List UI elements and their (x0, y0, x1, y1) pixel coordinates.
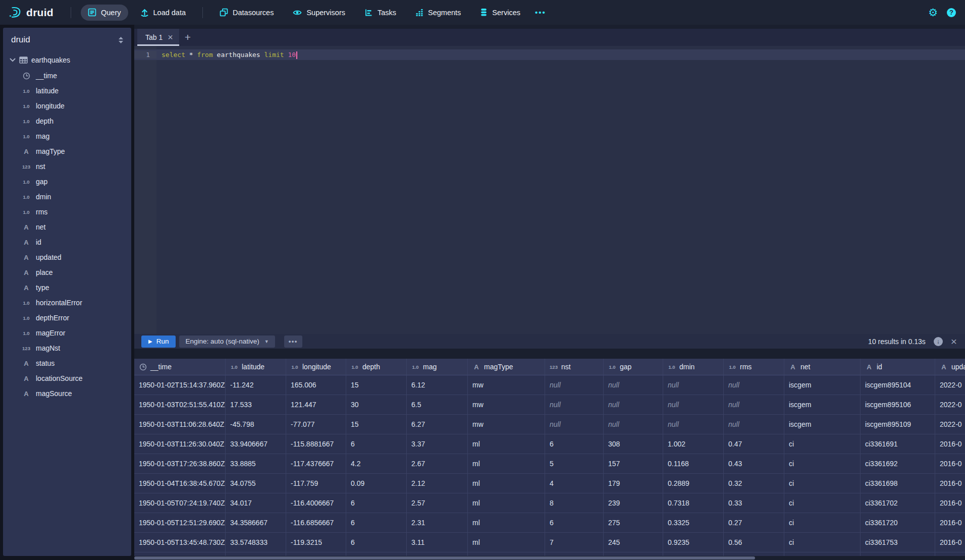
table-cell[interactable]: null (724, 415, 784, 434)
table-cell[interactable]: 6 (545, 513, 604, 533)
table-cell[interactable]: 5 (545, 454, 604, 474)
horizontal-scrollbar-thumb[interactable] (134, 556, 755, 559)
nav-item-segments[interactable]: Segments (408, 5, 468, 21)
table-cell[interactable]: 0.47 (724, 434, 784, 454)
tree-column-horizontalerror[interactable]: 1.0horizontalError (3, 295, 131, 310)
table-cell[interactable]: 15 (346, 415, 407, 434)
table-cell[interactable]: 17.533 (226, 395, 286, 415)
column-header-latitude[interactable]: 1.0latitude (226, 359, 286, 375)
help-icon[interactable]: ? (947, 8, 956, 17)
table-cell[interactable]: iscgem895104 (861, 375, 935, 395)
datasource-row-earthquakes[interactable]: earthquakes (3, 52, 131, 68)
table-cell[interactable]: null (724, 395, 784, 415)
table-cell[interactable]: 0.43 (724, 454, 784, 474)
table-cell[interactable]: mw (468, 415, 545, 434)
table-cell[interactable]: 34.017 (226, 493, 286, 513)
run-button[interactable]: ▶ Run (141, 335, 176, 348)
table-cell[interactable]: iscgem895109 (861, 415, 935, 434)
tab-close-icon[interactable]: × (168, 33, 173, 42)
table-cell[interactable]: 6 (346, 513, 407, 533)
table-cell[interactable]: -117.759 (286, 474, 346, 493)
table-cell[interactable]: ci (784, 493, 861, 513)
table-cell[interactable]: 308 (604, 434, 663, 454)
table-cell[interactable]: ci3361702 (861, 493, 935, 513)
table-cell[interactable]: 239 (604, 493, 663, 513)
nav-item-supervisors[interactable]: Supervisors (286, 5, 352, 21)
table-cell[interactable]: -45.798 (226, 415, 286, 434)
sort-icon[interactable] (118, 36, 124, 44)
tree-column-magsource[interactable]: AmagSource (3, 386, 131, 401)
table-cell[interactable]: ci (784, 474, 861, 493)
column-header-magtype[interactable]: AmagType (468, 359, 545, 375)
table-cell[interactable]: 6 (346, 434, 407, 454)
table-cell[interactable]: 6 (545, 434, 604, 454)
table-cell[interactable]: 1950-01-04T16:38:45.670Z (134, 474, 226, 493)
tree-column-deptherror[interactable]: 1.0depthError (3, 310, 131, 325)
table-cell[interactable]: 2016-0 (935, 434, 965, 454)
table-cell[interactable]: -116.4006667 (286, 493, 346, 513)
table-cell[interactable]: 0.2889 (663, 474, 724, 493)
druid-logo[interactable]: druid (0, 6, 64, 19)
tree-column-status[interactable]: Astatus (3, 356, 131, 371)
table-cell[interactable]: 34.3586667 (226, 513, 286, 533)
table-cell[interactable]: 6 (346, 493, 407, 513)
tree-column-place[interactable]: Aplace (3, 265, 131, 280)
table-cell[interactable]: -117.4376667 (286, 454, 346, 474)
table-cell[interactable]: 4.2 (346, 454, 407, 474)
tree-column-latitude[interactable]: 1.0latitude (3, 83, 131, 98)
table-cell[interactable]: iscgem (784, 415, 861, 434)
table-cell[interactable]: 7 (545, 533, 604, 552)
table-cell[interactable]: 2022-0 (935, 375, 965, 395)
tree-column-longitude[interactable]: 1.0longitude (3, 98, 131, 114)
table-cell[interactable]: 0.33 (724, 493, 784, 513)
table-cell[interactable]: 2.67 (407, 454, 468, 474)
table-cell[interactable]: null (604, 395, 663, 415)
table-cell[interactable]: null (545, 375, 604, 395)
tree-column-magnst[interactable]: 123magNst (3, 341, 131, 356)
table-cell[interactable]: 165.006 (286, 375, 346, 395)
table-cell[interactable]: 1950-01-05T07:24:19.740Z (134, 493, 226, 513)
table-cell[interactable]: 245 (604, 533, 663, 552)
table-cell[interactable]: ml (468, 513, 545, 533)
table-cell[interactable]: 0.9235 (663, 533, 724, 552)
table-cell[interactable]: 0.1168 (663, 454, 724, 474)
table-cell[interactable]: ci3361691 (861, 434, 935, 454)
tree-column-id[interactable]: Aid (3, 235, 131, 250)
tree-column-updated[interactable]: Aupdated (3, 250, 131, 265)
tree-column-rms[interactable]: 1.0rms (3, 204, 131, 219)
table-cell[interactable]: ci3361720 (861, 513, 935, 533)
table-cell[interactable]: 0.7318 (663, 493, 724, 513)
table-cell[interactable]: -116.6856667 (286, 513, 346, 533)
table-cell[interactable]: 1950-01-05T13:45:48.730Z (134, 533, 226, 552)
table-cell[interactable]: mw (468, 375, 545, 395)
table-cell[interactable]: -115.8881667 (286, 434, 346, 454)
table-cell[interactable]: 2022-0 (935, 395, 965, 415)
table-cell[interactable]: -77.077 (286, 415, 346, 434)
table-cell[interactable]: 0.56 (724, 533, 784, 552)
table-cell[interactable]: null (604, 375, 663, 395)
table-cell[interactable]: 6 (346, 533, 407, 552)
close-results-icon[interactable]: × (951, 336, 957, 347)
table-cell[interactable]: 30 (346, 395, 407, 415)
tree-column-time[interactable]: __time (3, 68, 131, 83)
column-header-nst[interactable]: 123nst (545, 359, 604, 375)
column-header-depth[interactable]: 1.0depth (346, 359, 407, 375)
table-cell[interactable]: mw (468, 395, 545, 415)
sql-editor[interactable]: 1 select * from earthquakes limit 10 (134, 46, 965, 334)
tree-column-magtype[interactable]: AmagType (3, 144, 131, 159)
download-icon[interactable]: ↓ (934, 337, 943, 346)
table-cell[interactable]: 6.5 (407, 395, 468, 415)
tree-column-depth[interactable]: 1.0depth (3, 114, 131, 129)
table-cell[interactable]: ci (784, 513, 861, 533)
table-cell[interactable]: 2016-0 (935, 454, 965, 474)
nav-item-datasources[interactable]: Datasources (212, 5, 281, 21)
table-cell[interactable]: -119.3215 (286, 533, 346, 552)
column-header-net[interactable]: Anet (784, 359, 861, 375)
run-more-button[interactable]: ••• (284, 335, 302, 348)
table-cell[interactable]: null (604, 415, 663, 434)
table-cell[interactable]: null (724, 375, 784, 395)
table-cell[interactable]: 8 (545, 493, 604, 513)
table-cell[interactable]: 6.12 (407, 375, 468, 395)
table-cell[interactable]: ci (784, 434, 861, 454)
column-header-time[interactable]: __time (134, 359, 226, 375)
